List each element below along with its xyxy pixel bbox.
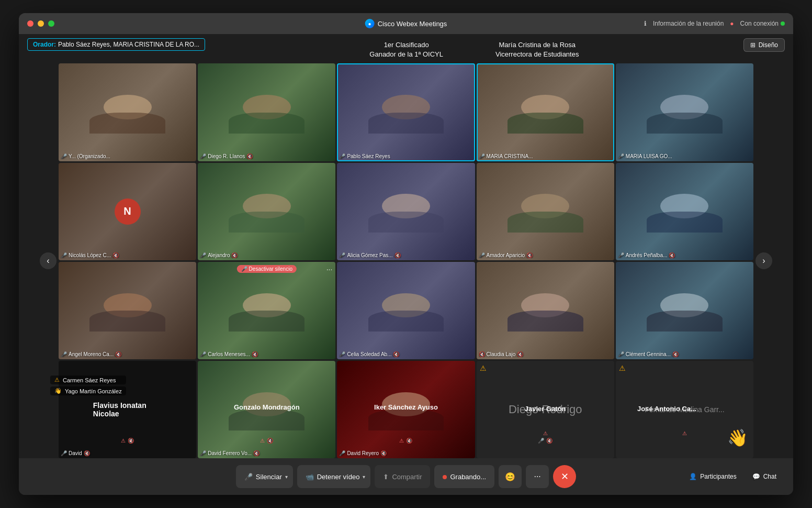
body-12	[229, 311, 304, 332]
participant-video-5	[616, 63, 753, 161]
mute-label: Silenciar	[256, 473, 282, 481]
label-vicerrectora-line2: Vicerrectora de Estudiantes	[495, 50, 579, 59]
participant-cell-12: 🎤 Desactivar silencio ··· 🎤 Carlos Menes…	[198, 262, 335, 359]
unmute-badge-12: 🎤 Desactivar silencio	[237, 265, 297, 273]
label-classified-line1: 1er Clasificado	[369, 40, 443, 50]
nav-next-button[interactable]: ›	[755, 252, 772, 269]
close-button[interactable]	[27, 20, 33, 27]
mute-icon-16: 🔇	[84, 450, 90, 456]
icons-row-3: ⚠🔇	[337, 438, 475, 444]
share-button[interactable]: ⬆ Compartir	[375, 465, 430, 488]
participant-name-7: 🎤 Alejandro 🔇	[200, 252, 333, 258]
notification-wave: 👋 Yago Martín González	[50, 386, 126, 395]
mic-icon-1: 🎤	[61, 153, 67, 159]
mute-chevron-icon: ▾	[285, 474, 288, 480]
reactions-button[interactable]: 😊	[499, 465, 522, 488]
speaker-prefix: Orador:	[33, 41, 56, 48]
mic-icon-15: 🎤	[618, 351, 624, 357]
name-text-2: Diego R. Llanos	[208, 153, 245, 159]
more-options-button[interactable]: ···	[526, 465, 549, 488]
participant-cell-18: 🎤 David Reyero 🔇 Iker Sánchez Ayuso ⚠🔇	[337, 361, 475, 458]
mic-icon-2: 🎤	[200, 153, 206, 159]
connection-label: Con conexión	[740, 20, 779, 27]
video-icon: 📹	[306, 473, 314, 481]
control-right: 👤 Participantes 💬 Chat	[683, 469, 783, 484]
mute-icon-7: 🔇	[231, 252, 238, 258]
body-7	[229, 212, 304, 233]
participant-name-6: 🎤 Nicolás López C... 🔇	[61, 252, 194, 258]
participant-video-11	[59, 262, 196, 359]
participant-video-9	[477, 163, 614, 260]
body-18	[368, 410, 444, 430]
mute-button[interactable]: 🎤 Silenciar ▾	[236, 465, 293, 488]
participant-cell-17: 🎤 David Ferrero Vo... 🔇 Gonzalo Mondragó…	[198, 361, 335, 458]
design-icon: ⊞	[750, 41, 755, 49]
record-button[interactable]: Grabando...	[434, 465, 494, 488]
participant-name-5: 🎤 MARIA LUISA GO...	[618, 153, 751, 159]
end-call-button[interactable]: ✕	[553, 465, 576, 488]
meeting-info-label[interactable]: Información de la reunión	[653, 20, 724, 27]
warning-icon-20: ⚠	[619, 364, 626, 372]
name-text-5: MARIA LUISA GO...	[626, 153, 672, 159]
name-text-8: Alicia Gómez Pas...	[347, 252, 392, 258]
participant-cell-5: 🎤 MARIA LUISA GO...	[616, 63, 753, 161]
traffic-lights	[27, 20, 54, 27]
name-text-16: David	[69, 450, 82, 456]
mic-icon-18: 🎤	[339, 450, 345, 456]
avatar-6: N	[115, 198, 141, 225]
wave-notification-icon: 👋	[54, 388, 62, 394]
name-text-1: Y... (Organizado...	[69, 153, 110, 159]
design-button[interactable]: ⊞ Diseño	[743, 38, 785, 52]
participant-name-1: 🎤 Y... (Organizado...	[61, 153, 194, 159]
icons-row-4b: ⚠	[477, 430, 614, 436]
participant-cell-6: N 🎤 Nicolás López C... 🔇	[59, 163, 196, 260]
connection-dot	[781, 21, 785, 26]
mute-icon-14: 🔇	[517, 351, 523, 357]
video-button[interactable]: 📹 Detener vídeo ▾	[297, 465, 371, 488]
name-text-13: Celia Soledad Ab...	[347, 351, 391, 357]
warning-notification-icon: ⚠	[54, 377, 60, 383]
label-classified-line2: Ganador de la 1ª OICYL	[369, 50, 443, 59]
name-text-4: MARIA CRISTINA...	[487, 153, 533, 159]
body-4	[508, 113, 583, 134]
name-text-7: Alejandro	[208, 252, 230, 258]
participant-cell-3: 🎤 Pablo Sáez Reyes	[337, 63, 475, 161]
bottom-row-name-5: José Antonio Ca...	[637, 405, 696, 413]
mute-icon-17: 🔇	[253, 450, 260, 456]
video-grid-wrapper: ‹ 🎤 Y... (Organizado...	[19, 63, 793, 458]
participant-video-1	[59, 63, 196, 161]
label-vicerrectora-line1: María Cristina de la Rosa	[495, 40, 579, 50]
connection-status: Con conexión	[740, 20, 785, 27]
participant-name-16: 🎤 David 🔇	[61, 450, 194, 456]
minimize-button[interactable]	[38, 20, 44, 27]
emoji-icon: 😊	[505, 472, 515, 482]
notification-name-1: Carmen Sáez Reyes	[63, 377, 116, 383]
warning-icon-19: ⚠	[480, 364, 487, 372]
icons-row-5b: ⚠	[616, 430, 753, 436]
fullscreen-button[interactable]	[48, 20, 54, 27]
participant-video-10	[616, 163, 753, 260]
record-indicator: ●	[730, 20, 734, 27]
mic-icon-13: 🎤	[339, 351, 345, 357]
body-5	[647, 113, 723, 134]
mute-icon-10: 🔇	[669, 252, 675, 258]
control-bar: 🎤 Silenciar ▾ 📹 Detener vídeo ▾ ⬆ Compar…	[19, 458, 793, 495]
participant-cell-9: 🎤 Amador Aparicio 🔇	[477, 163, 614, 260]
chat-button[interactable]: 💬 Chat	[746, 469, 783, 484]
microphone-icon: 🎤	[244, 473, 253, 481]
participant-cell-1: 🎤 Y... (Organizado...	[59, 63, 196, 161]
mic-icon-11: 🎤	[61, 351, 67, 357]
participant-name-15: 🎤 Clément Gennina... 🔇	[618, 351, 751, 357]
more-options-12[interactable]: ···	[326, 265, 333, 273]
participant-cell-8: 🎤 Alicia Gómez Pas... 🔇	[337, 163, 475, 260]
name-text-17: David Ferrero Vo...	[208, 450, 252, 456]
share-label: Compartir	[392, 473, 422, 481]
participants-button[interactable]: 👤 Participantes	[683, 469, 742, 484]
nav-prev-button[interactable]: ‹	[40, 252, 57, 269]
mute-icon-11: 🔇	[115, 351, 121, 357]
title-bar: ● Cisco Webex Meetings ℹ Información de …	[19, 13, 793, 34]
bottom-row-name-2: Gonzalo Mondragón	[234, 403, 300, 411]
mic-icon-16: 🎤	[61, 450, 67, 456]
mic-icon-7: 🎤	[200, 252, 206, 258]
participant-cell-7: 🎤 Alejandro 🔇	[198, 163, 335, 260]
